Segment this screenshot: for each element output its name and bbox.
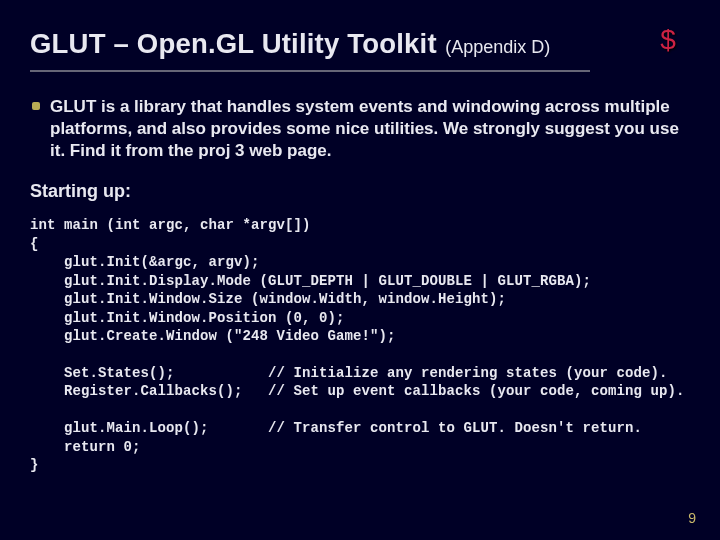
slide: GLUT – Open.GL Utility Toolkit (Appendix… — [0, 0, 720, 540]
title-row: GLUT – Open.GL Utility Toolkit (Appendix… — [30, 22, 690, 66]
title-block: GLUT – Open.GL Utility Toolkit (Appendix… — [30, 28, 550, 60]
bullet-text: GLUT is a library that handles system ev… — [50, 96, 690, 161]
page-number: 9 — [688, 510, 696, 526]
code-block: int main (int argc, char *argv[]) { glut… — [30, 216, 690, 475]
section-heading: Starting up: — [30, 181, 690, 202]
bullet-icon — [32, 102, 40, 110]
page-title: GLUT – Open.GL Utility Toolkit — [30, 28, 437, 59]
logo-icon: $ — [646, 18, 690, 62]
bullet-item: GLUT is a library that handles system ev… — [30, 96, 690, 161]
page-subtitle: (Appendix D) — [445, 37, 550, 57]
title-underline — [30, 70, 590, 72]
